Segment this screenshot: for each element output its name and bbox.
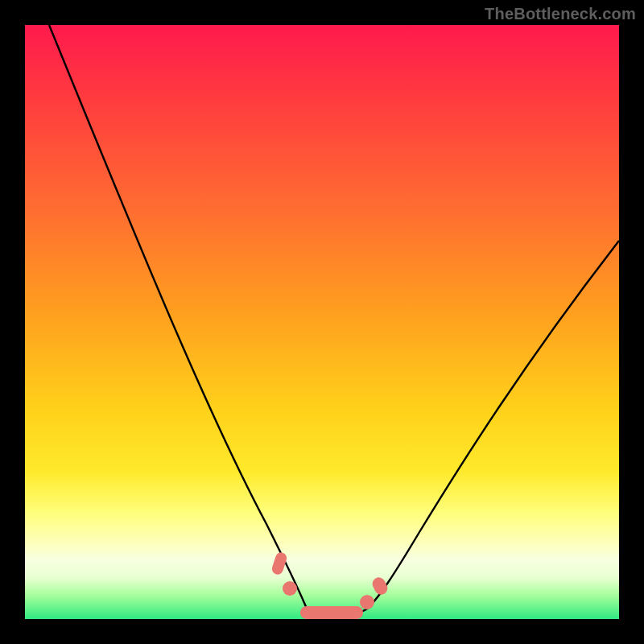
marker-dot-left [283, 581, 297, 596]
curve-right-branch [366, 241, 619, 609]
chart-frame: TheBottleneck.com [0, 0, 644, 644]
marker-group [270, 551, 390, 619]
marker-pill-floor [300, 606, 363, 619]
marker-dot-right-low [360, 595, 374, 609]
marker-dot-right-high [370, 576, 390, 597]
watermark-text: TheBottleneck.com [485, 5, 636, 23]
curve-left-branch [49, 25, 313, 615]
chart-svg [25, 25, 619, 619]
